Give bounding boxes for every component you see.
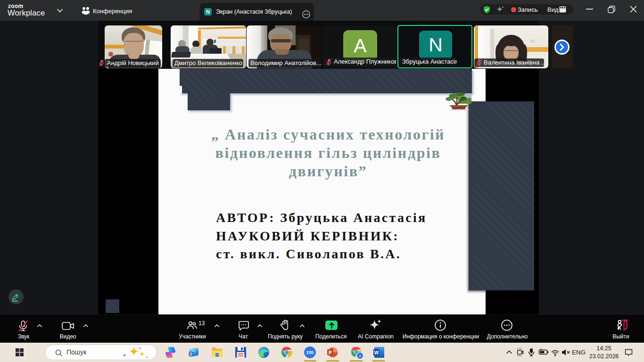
svg-text:P: P [329, 350, 332, 355]
svg-text:W: W [374, 350, 379, 355]
svg-text:A: A [359, 354, 362, 358]
